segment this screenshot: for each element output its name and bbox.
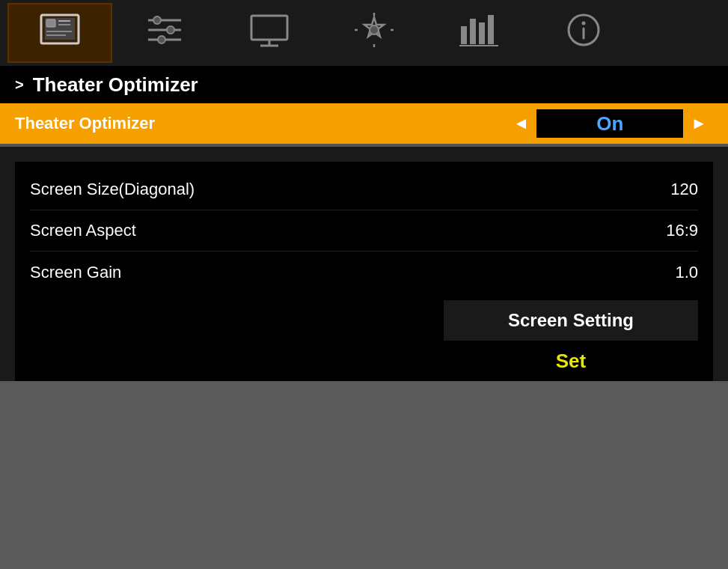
svg-rect-13 bbox=[251, 16, 287, 40]
nav-item-adjustment[interactable] bbox=[112, 3, 217, 63]
breadcrumb-arrow: > bbox=[15, 76, 24, 94]
settings-row-screen-aspect: Screen Aspect 16:9 bbox=[30, 210, 698, 252]
settings-row-screen-size: Screen Size(Diagonal) 120 bbox=[30, 169, 698, 210]
screen-setting-label: Screen Setting bbox=[508, 310, 634, 331]
optimizer-arrow-left[interactable]: ◄ bbox=[507, 114, 535, 133]
svg-point-16 bbox=[370, 25, 379, 34]
screen-size-value: 120 bbox=[670, 180, 698, 199]
svg-point-10 bbox=[167, 26, 174, 34]
picture-icon bbox=[37, 11, 82, 55]
svg-rect-23 bbox=[479, 22, 485, 44]
setup-icon bbox=[352, 11, 397, 55]
optimizer-value-container: ◄ On ► bbox=[507, 108, 713, 139]
optimizer-value-box: On bbox=[535, 108, 685, 139]
theater-optimizer-label: Theater Optimizer bbox=[15, 114, 507, 133]
optimizer-arrow-right[interactable]: ► bbox=[685, 114, 713, 133]
nav-item-display[interactable] bbox=[217, 3, 322, 63]
nav-item-setup[interactable] bbox=[322, 3, 426, 63]
display-icon bbox=[247, 11, 292, 55]
svg-rect-24 bbox=[488, 15, 494, 44]
svg-rect-2 bbox=[46, 19, 55, 27]
equalizer-icon bbox=[456, 11, 501, 55]
breadcrumb: > Theater Optimizer bbox=[0, 66, 728, 103]
svg-rect-21 bbox=[461, 26, 467, 44]
screen-gain-value: 1.0 bbox=[675, 263, 698, 282]
screen-setting-button[interactable]: Screen Setting bbox=[444, 300, 698, 341]
main-content: Theater Optimizer ◄ On ► Screen Size(Dia… bbox=[0, 103, 728, 381]
theater-optimizer-row[interactable]: Theater Optimizer ◄ On ► bbox=[0, 103, 728, 144]
screen-aspect-label: Screen Aspect bbox=[30, 221, 136, 240]
set-button[interactable]: Set bbox=[444, 341, 698, 381]
nav-item-equalizer[interactable] bbox=[426, 3, 531, 63]
top-navigation bbox=[0, 0, 728, 66]
svg-rect-22 bbox=[470, 19, 476, 44]
button-area: Screen Setting Set bbox=[15, 300, 713, 381]
settings-row-screen-gain: Screen Gain 1.0 bbox=[30, 252, 698, 293]
screen-gain-label: Screen Gain bbox=[30, 263, 121, 282]
adjustment-icon bbox=[142, 11, 187, 55]
nav-item-picture[interactable] bbox=[7, 3, 112, 63]
svg-point-28 bbox=[582, 21, 586, 25]
screen-size-label: Screen Size(Diagonal) bbox=[30, 180, 195, 199]
screen-aspect-value: 16:9 bbox=[666, 221, 698, 240]
info-icon bbox=[561, 11, 606, 55]
svg-point-8 bbox=[153, 16, 161, 24]
breadcrumb-title: Theater Optimizer bbox=[33, 73, 198, 97]
set-label: Set bbox=[556, 350, 586, 373]
optimizer-value: On bbox=[596, 112, 623, 136]
lower-area bbox=[0, 381, 728, 561]
svg-point-12 bbox=[158, 36, 165, 43]
settings-panel: Screen Size(Diagonal) 120 Screen Aspect … bbox=[15, 162, 713, 300]
divider bbox=[0, 144, 728, 147]
nav-item-info[interactable] bbox=[531, 3, 636, 63]
